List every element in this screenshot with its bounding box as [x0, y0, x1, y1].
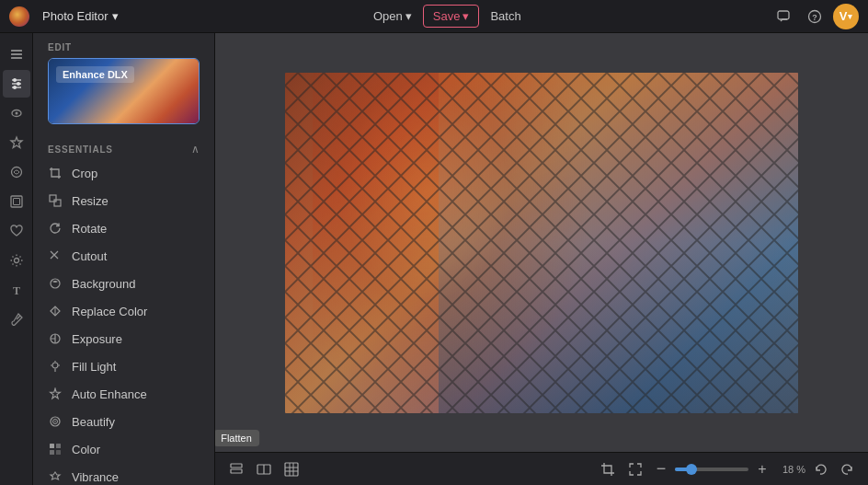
tools-list: Crop Resize Rotate Cutout	[33, 159, 214, 485]
eye-icon	[9, 106, 24, 121]
sidebar-view-btn[interactable]	[3, 99, 30, 127]
batch-button[interactable]: Batch	[481, 6, 530, 27]
sidebar-brush-btn[interactable]	[3, 306, 30, 333]
sidebar-layers-btn[interactable]	[3, 40, 30, 68]
crop-bottom-icon	[600, 462, 615, 477]
fullscreen-btn[interactable]	[623, 457, 647, 481]
layers-bottom-btn[interactable]: Flatten	[224, 457, 248, 481]
svg-rect-40	[231, 469, 242, 473]
svg-point-23	[51, 279, 60, 288]
vibrance-icon	[48, 469, 63, 484]
avatar-letter: V	[839, 9, 848, 23]
tool-crop[interactable]: Crop	[33, 159, 214, 187]
top-center-actions: Open ▾ Save ▾ Batch	[364, 5, 531, 28]
tool-replace-color[interactable]: Replace Color	[33, 297, 214, 325]
svg-rect-43	[285, 463, 298, 476]
app-logo	[9, 6, 29, 27]
tool-vibrance-label: Vibrance	[72, 470, 119, 484]
bottom-right-btns	[809, 457, 859, 481]
svg-rect-35	[56, 444, 61, 448]
tool-fill-light[interactable]: Fill Light	[33, 352, 214, 380]
tool-beautify-label: Beautify	[72, 415, 115, 429]
top-bar: Photo Editor ▾ Open ▾ Save ▾ Batch ?	[0, 0, 868, 33]
zoom-in-btn[interactable]: +	[752, 459, 772, 479]
tool-beautify[interactable]: Beautify	[33, 408, 214, 435]
svg-rect-17	[13, 199, 19, 205]
svg-rect-16	[11, 196, 22, 207]
svg-rect-22	[54, 200, 61, 206]
tool-resize[interactable]: Resize	[33, 187, 214, 214]
frame-icon	[9, 194, 24, 209]
svg-point-15	[11, 167, 21, 178]
comment-icon-button[interactable]	[771, 4, 796, 29]
open-label: Open	[373, 9, 403, 23]
resize-icon	[48, 193, 63, 208]
sidebar-settings-btn[interactable]	[3, 247, 30, 274]
redo-btn[interactable]	[835, 457, 859, 481]
essentials-collapse-button[interactable]: ∧	[191, 143, 200, 156]
essentials-label: ESSENTIALS	[48, 144, 113, 155]
tool-rotate[interactable]: Rotate	[33, 214, 214, 242]
svg-rect-38	[285, 73, 798, 413]
tool-crop-label: Crop	[72, 167, 97, 180]
top-right-actions: ? V ▾	[771, 4, 859, 29]
svg-point-26	[52, 363, 58, 368]
app-title-chevron: ▾	[112, 9, 119, 23]
zoom-value: 18 %	[776, 464, 805, 475]
svg-point-33	[54, 421, 56, 422]
icon-sidebar: T	[0, 33, 33, 485]
svg-point-9	[17, 82, 20, 86]
save-label: Save	[433, 9, 461, 23]
grid-icon	[284, 462, 299, 477]
help-icon-button[interactable]: ?	[802, 4, 828, 29]
tool-auto-enhance-label: Auto Enhance	[72, 387, 147, 401]
rotate-icon	[48, 221, 63, 236]
compare-btn[interactable]	[252, 457, 276, 481]
layers-bottom-icon	[229, 462, 244, 477]
heart-icon	[9, 224, 24, 238]
app-title-button[interactable]: Photo Editor ▾	[37, 7, 124, 25]
sidebar-favorites-btn[interactable]	[3, 129, 30, 156]
svg-rect-3	[11, 50, 22, 52]
svg-point-18	[14, 259, 18, 263]
canvas-area: Flatten	[215, 33, 868, 485]
grid-view-btn[interactable]	[280, 457, 303, 481]
sidebar-effects-btn[interactable]	[3, 158, 30, 186]
beautify-icon	[48, 414, 63, 429]
zoom-slider[interactable]	[675, 468, 748, 471]
avatar[interactable]: V ▾	[833, 4, 859, 29]
sidebar-favorites2-btn[interactable]	[3, 217, 30, 245]
sidebar-text-btn[interactable]: T	[3, 276, 30, 304]
sidebar-adjustments-btn[interactable]	[3, 70, 30, 98]
comment-icon	[776, 9, 791, 24]
star-icon	[9, 135, 24, 150]
tool-vibrance[interactable]: Vibrance	[33, 463, 214, 485]
undo-icon	[814, 462, 828, 477]
undo-btn[interactable]	[809, 457, 833, 481]
tool-background[interactable]: Background	[33, 270, 214, 297]
exposure-icon	[48, 331, 63, 346]
layers-icon	[9, 47, 24, 62]
sliders-icon	[9, 76, 24, 91]
effects-icon	[9, 165, 24, 179]
save-button[interactable]: Save ▾	[423, 5, 480, 28]
zoom-out-btn[interactable]: −	[651, 459, 671, 479]
open-button[interactable]: Open ▾	[364, 6, 421, 27]
save-chevron: ▾	[463, 9, 469, 23]
cutout-icon	[48, 248, 63, 263]
fence-overlay	[285, 73, 798, 413]
tool-cutout[interactable]: Cutout	[33, 242, 214, 270]
tool-color[interactable]: Color	[33, 435, 214, 463]
tool-auto-enhance[interactable]: Auto Enhance	[33, 380, 214, 408]
tool-exposure[interactable]: Exposure	[33, 325, 214, 352]
svg-marker-14	[11, 137, 22, 148]
sidebar-frames-btn[interactable]	[3, 188, 30, 215]
canvas-wrapper[interactable]	[215, 33, 868, 452]
svg-point-11	[13, 86, 17, 89]
crop-bottom-btn[interactable]	[596, 457, 620, 481]
svg-rect-21	[50, 195, 56, 202]
svg-point-7	[13, 78, 17, 82]
enhance-dlx-card[interactable]: Enhance DLX	[48, 58, 200, 124]
avatar-chevron: ▾	[848, 12, 852, 21]
essentials-header: ESSENTIALS ∧	[33, 135, 214, 159]
